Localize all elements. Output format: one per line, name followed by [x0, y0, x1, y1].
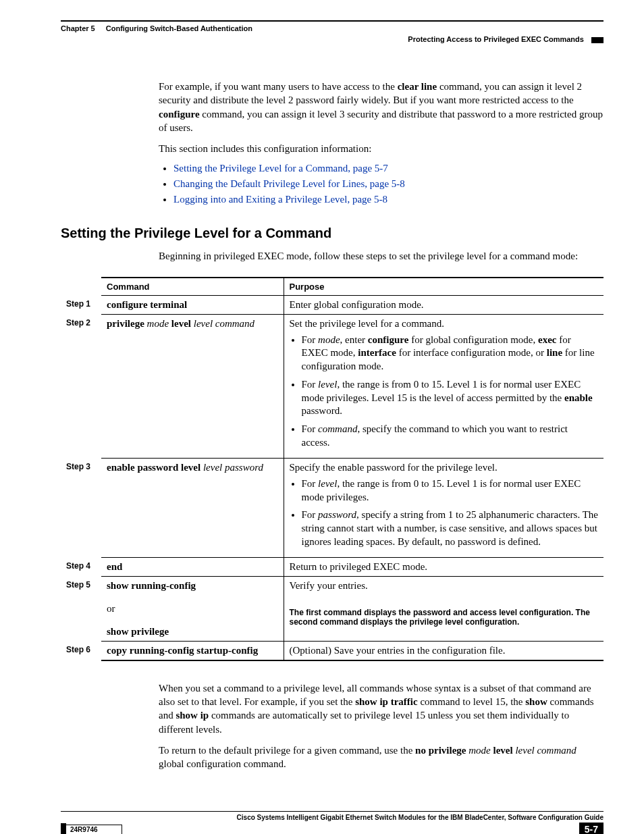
toc-list: Setting the Privilege Level for a Comman…: [159, 163, 603, 205]
step-label: Step 5: [61, 576, 101, 641]
page-number: 5-7: [579, 823, 603, 834]
command-cell: privilege mode level level command: [101, 314, 284, 458]
command-cell: copy running-config startup-config: [101, 641, 284, 660]
table-row: Step 2 privilege mode level level comman…: [61, 314, 603, 458]
running-subheader: Protecting Access to Privileged EXEC Com…: [61, 35, 603, 46]
table-row: Step 3 enable password level level passw…: [61, 458, 603, 557]
th-command: Command: [101, 278, 284, 296]
list-item: Changing the Default Privilege Level for…: [173, 178, 603, 190]
after-paragraph-2: To return to the default privilege for a…: [159, 744, 603, 771]
docnum-wrap: 24R9746: [61, 823, 122, 834]
step-label: Step 3: [61, 458, 101, 557]
purpose-cell: Verify your entries.: [284, 576, 603, 600]
list-item: For password, specify a string from 1 to…: [302, 509, 599, 548]
table-row: Step 1 configure terminal Enter global c…: [61, 295, 603, 314]
th-purpose: Purpose: [284, 278, 603, 296]
list-item: For level, the range is from 0 to 15. Le…: [302, 378, 599, 418]
purpose-cell: Specify the enable password for the priv…: [284, 458, 603, 557]
footer-row: 24R9746 5-7: [61, 823, 603, 834]
command-cell: show running-config or show privilege: [101, 576, 284, 641]
link-change-default[interactable]: Changing the Default Privilege Level for…: [173, 178, 405, 189]
purpose-cell: Set the privilege level for a command. F…: [284, 314, 603, 458]
list-item: Logging into and Exiting a Privilege Lev…: [173, 194, 603, 205]
table-row: Step 5 show running-config or show privi…: [61, 576, 603, 600]
step-label: Step 2: [61, 314, 101, 458]
chapter-title: Configuring Switch-Based Authentication: [106, 24, 252, 32]
table-row: Step 6 copy running-config startup-confi…: [61, 641, 603, 660]
step-label: Step 6: [61, 641, 101, 660]
footer-guide-title: Cisco Systems Intelligent Gigabit Ethern…: [237, 814, 603, 821]
running-header: Chapter 5 Configuring Switch-Based Authe…: [61, 20, 603, 32]
list-item: For level, the range is from 0 to 15. Le…: [302, 477, 599, 504]
command-cell: end: [101, 557, 284, 576]
step-label: Step 4: [61, 557, 101, 576]
step-label: Step 1: [61, 295, 101, 314]
purpose-cell: Enter global configuration mode.: [284, 295, 603, 314]
intro-paragraph-1: For example, if you want many users to h…: [159, 80, 603, 134]
section-intro: Beginning in privileged EXEC mode, follo…: [159, 249, 603, 263]
table-row: Step 4 end Return to privileged EXEC mod…: [61, 557, 603, 576]
chapter-label: Chapter 5: [61, 24, 95, 32]
purpose-cell: (Optional) Save your entries in the conf…: [284, 641, 603, 660]
footer-guide-line: Cisco Systems Intelligent Gigabit Ethern…: [61, 811, 603, 821]
header-bar-icon: [591, 37, 603, 43]
command-table: Command Purpose Step 1 configure termina…: [61, 277, 603, 661]
intro-paragraph-2: This section includes this configuration…: [159, 142, 603, 155]
purpose-cell-extra: The first command displays the password …: [284, 600, 603, 638]
section-heading: Setting the Privilege Level for a Comman…: [61, 226, 603, 241]
subheader-title: Protecting Access to Privileged EXEC Com…: [408, 35, 584, 43]
docnum: 24R9746: [66, 825, 122, 834]
purpose-cell: Return to privileged EXEC mode.: [284, 557, 603, 576]
after-paragraph-1: When you set a command to a privilege le…: [159, 681, 603, 736]
command-cell: enable password level level password: [101, 458, 284, 557]
link-login-exit[interactable]: Logging into and Exiting a Privilege Lev…: [173, 194, 387, 205]
list-item: Setting the Privilege Level for a Comman…: [173, 163, 603, 174]
command-cell: configure terminal: [101, 295, 284, 314]
docnum-bar-icon: [61, 823, 66, 834]
list-item: For command, specify the command to whic…: [302, 423, 599, 450]
link-set-priv[interactable]: Setting the Privilege Level for a Comman…: [173, 163, 388, 174]
list-item: For mode, enter configure for global con…: [302, 334, 599, 373]
